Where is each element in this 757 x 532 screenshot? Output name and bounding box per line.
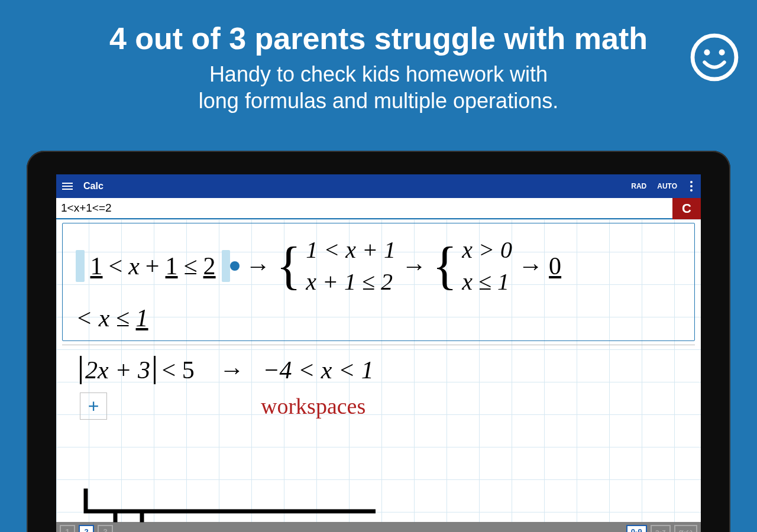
app-title: Calc bbox=[83, 181, 103, 192]
solution-row-2[interactable]: 2x + 3 < 5 → −4 < x < 1 bbox=[62, 345, 695, 389]
pretty-lt: < bbox=[109, 250, 123, 283]
app-screen: Calc RAD AUTO C 1 < x + 1 ≤ 2 bbox=[56, 174, 701, 532]
sys2-line2: x ≤ 1 bbox=[462, 266, 512, 298]
sel-handle-left-icon[interactable] bbox=[76, 250, 85, 283]
keyboard-tab-greek[interactable]: α-ω bbox=[674, 525, 697, 532]
workspace-tab-2[interactable]: 2 bbox=[79, 525, 94, 532]
pretty-le: ≤ bbox=[184, 250, 198, 283]
menu-icon[interactable] bbox=[62, 183, 73, 190]
pretty-1: 1 bbox=[90, 250, 103, 283]
sys1-line1: 1 < x + 1 bbox=[306, 234, 396, 266]
rel: < 5 bbox=[161, 356, 194, 384]
svg-point-2 bbox=[719, 50, 725, 56]
promo-headline: 4 out of 3 parents struggle with math bbox=[0, 21, 757, 56]
workspace-area[interactable]: 1 < x + 1 ≤ 2 → { 1 < x + 1 x + 1 ≤ 2 bbox=[56, 219, 701, 522]
expression-input[interactable] bbox=[56, 198, 672, 219]
auto-mode-button[interactable]: AUTO bbox=[657, 182, 677, 190]
pretty-plus: + bbox=[145, 250, 160, 283]
add-expression-button[interactable]: + bbox=[80, 392, 107, 420]
sys1-line2: x + 1 ≤ 2 bbox=[306, 266, 396, 298]
pretty-2: 2 bbox=[203, 250, 216, 283]
promo-header: 4 out of 3 parents struggle with math Ha… bbox=[0, 0, 757, 114]
row2-result: −4 < x < 1 bbox=[263, 356, 374, 384]
svg-point-0 bbox=[693, 35, 736, 79]
keyboard-tab-numeric[interactable]: 0-9 bbox=[626, 525, 647, 532]
pretty-x: x bbox=[128, 250, 140, 283]
pretty-1b: 1 bbox=[166, 250, 178, 283]
drag-handle-icon[interactable] bbox=[230, 261, 240, 271]
workspace-tab-3[interactable]: 3 bbox=[98, 525, 113, 532]
arrow-icon: → bbox=[219, 356, 244, 384]
arrow-icon: → bbox=[518, 250, 543, 283]
abs-expression: 2x + 3 bbox=[80, 356, 156, 384]
final-tail: < < x ≤ 1x ≤ 1 bbox=[76, 304, 148, 332]
sel-handle-right-icon[interactable] bbox=[222, 250, 231, 283]
final-zero: 0 bbox=[549, 250, 561, 283]
overflow-menu-icon[interactable] bbox=[688, 181, 695, 192]
arrow-icon: → bbox=[245, 250, 270, 283]
sys2-line1: x > 0 bbox=[462, 234, 512, 266]
brace-icon: { bbox=[276, 242, 301, 289]
app-bar: Calc RAD AUTO bbox=[56, 174, 701, 198]
angle-mode-button[interactable]: RAD bbox=[631, 182, 646, 190]
workspaces-callout-arrow-icon bbox=[80, 488, 376, 523]
smiley-icon bbox=[690, 33, 739, 85]
brace-icon: { bbox=[432, 242, 457, 289]
solution-row-1[interactable]: 1 < x + 1 ≤ 2 → { 1 < x + 1 x + 1 ≤ 2 bbox=[62, 223, 695, 341]
arrow-icon: → bbox=[402, 250, 426, 283]
promo-sub1: Handy to check kids homework with bbox=[0, 61, 757, 87]
workspace-tab-1[interactable]: 1 bbox=[60, 525, 75, 532]
tablet-frame: Calc RAD AUTO C 1 < x + 1 ≤ 2 bbox=[27, 151, 730, 532]
clear-button[interactable]: C bbox=[672, 198, 701, 219]
bottom-tab-bar: 1 2 3 0-9 a-z α-ω bbox=[56, 522, 701, 532]
svg-point-1 bbox=[704, 50, 710, 56]
workspaces-annotation: workspaces bbox=[261, 393, 365, 419]
expression-input-row: C bbox=[56, 198, 701, 219]
promo-sub2: long formulas and multiple operations. bbox=[0, 87, 757, 114]
keyboard-tab-latin[interactable]: a-z bbox=[651, 525, 671, 532]
